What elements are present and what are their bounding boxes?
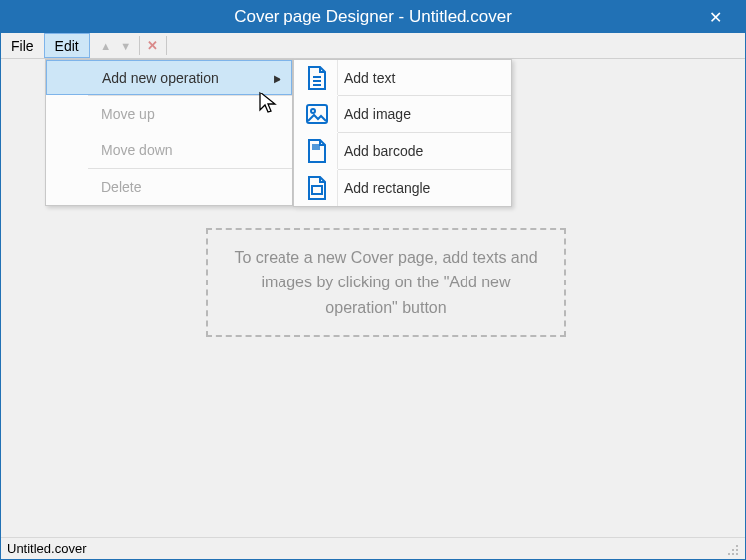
empty-placeholder: To create a new Cover page, add texts an… — [206, 228, 566, 337]
svg-rect-2 — [312, 186, 322, 194]
menu-add-new-operation[interactable]: Add new operation ▶ — [46, 60, 292, 95]
menu-file[interactable]: File — [1, 33, 44, 58]
edit-dropdown: Add new operation ▶ Move up Move down De… — [45, 59, 293, 206]
separator — [139, 36, 140, 55]
barcode-icon — [296, 133, 338, 169]
window-title: Cover page Designer - Untitled.cover — [234, 7, 512, 27]
menu-add-image[interactable]: Add image — [294, 96, 511, 132]
close-button[interactable]: ✕ — [695, 1, 735, 33]
resize-grip-icon[interactable] — [725, 542, 739, 556]
menu-edit[interactable]: Edit — [44, 33, 90, 58]
menu-add-text[interactable]: Add text — [294, 60, 511, 95]
menu-move-up[interactable]: Move up — [46, 96, 292, 132]
image-icon — [296, 96, 338, 132]
move-down-button[interactable]: ▼ — [116, 33, 136, 58]
delete-button[interactable]: ✕ — [143, 33, 163, 58]
menu-add-rectangle[interactable]: Add rectangle — [294, 170, 511, 206]
close-icon: ✕ — [709, 8, 722, 27]
triangle-up-icon: ▲ — [100, 40, 111, 52]
status-filename: Untitled.cover — [7, 541, 86, 556]
separator — [93, 36, 93, 55]
work-area: To create a new Cover page, add texts an… — [1, 59, 745, 537]
menu-move-down[interactable]: Move down — [46, 132, 292, 168]
menu-delete[interactable]: Delete — [46, 169, 292, 205]
menu-bar: File Edit ▲ ▼ ✕ — [1, 33, 745, 59]
svg-point-1 — [311, 109, 315, 113]
add-operation-submenu: Add text Add image Add barcode — [293, 59, 512, 207]
submenu-arrow-icon: ▶ — [274, 73, 281, 84]
x-icon: ✕ — [147, 38, 158, 53]
title-bar: Cover page Designer - Untitled.cover ✕ — [1, 1, 745, 33]
triangle-down-icon: ▼ — [120, 40, 131, 52]
status-bar: Untitled.cover — [1, 537, 745, 559]
separator — [166, 36, 167, 55]
menu-add-barcode[interactable]: Add barcode — [294, 133, 511, 169]
app-window: Cover page Designer - Untitled.cover ✕ F… — [0, 0, 746, 560]
move-up-button[interactable]: ▲ — [96, 33, 116, 58]
rectangle-icon — [296, 170, 338, 206]
text-document-icon — [296, 60, 338, 95]
